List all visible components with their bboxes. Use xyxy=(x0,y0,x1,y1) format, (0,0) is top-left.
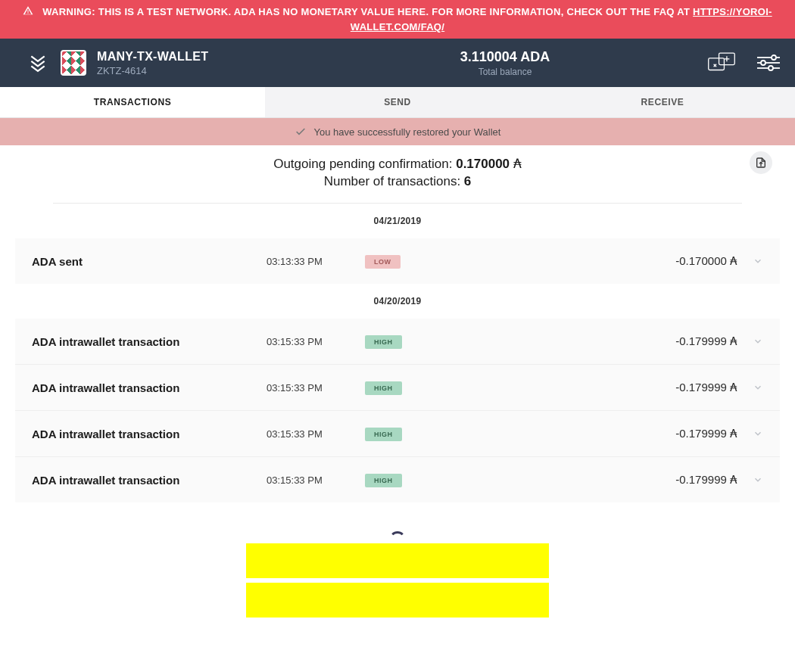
tx-title: ADA intrawallet transaction xyxy=(32,381,267,394)
transactions-summary: Outgoing pending confirmation: 0.170000 … xyxy=(53,145,742,204)
tx-time: 03:15:33 PM xyxy=(267,428,365,440)
settings-icon[interactable] xyxy=(757,54,780,71)
tab-transactions[interactable]: TRANSACTIONS xyxy=(0,87,265,117)
paper-wallet-icon[interactable] xyxy=(707,51,736,74)
highlight-box xyxy=(246,543,549,578)
svg-point-5 xyxy=(761,61,765,65)
warning-text: WARNING: THIS IS A TEST NETWORK. ADA HAS… xyxy=(42,6,693,17)
tx-title: ADA intrawallet transaction xyxy=(32,335,267,348)
tx-row[interactable]: ADA sent03:13:33 PMLOW-0.170000 ₳ xyxy=(15,238,780,284)
tx-count-label: Number of transactions: xyxy=(324,174,464,188)
balance-value: 3.110004 ADA xyxy=(303,49,707,65)
wallet-hash: ZKTZ-4614 xyxy=(97,65,208,76)
wallet-tabs: TRANSACTIONS SEND RECEIVE xyxy=(0,87,795,118)
tx-time: 03:15:33 PM xyxy=(267,474,365,486)
chevron-down-icon xyxy=(753,382,763,393)
ada-symbol: ₳ xyxy=(513,157,522,171)
tx-amount: -0.170000 ₳ xyxy=(486,254,753,268)
app-header: MANY-TX-WALLET ZKTZ-4614 3.110004 ADA To… xyxy=(0,39,795,87)
tx-row[interactable]: ADA intrawallet transaction03:15:33 PMHI… xyxy=(15,365,780,411)
svg-point-7 xyxy=(768,66,773,70)
tx-assurance-badge: HIGH xyxy=(365,335,402,349)
tx-title: ADA intrawallet transaction xyxy=(32,428,267,440)
tx-time: 03:13:33 PM xyxy=(267,256,365,267)
svg-rect-0 xyxy=(709,58,725,70)
tx-row[interactable]: ADA intrawallet transaction03:15:33 PMHI… xyxy=(15,457,780,502)
tx-date-header: 04/20/2019 xyxy=(15,284,780,319)
loading-area xyxy=(0,531,795,618)
tx-assurance-badge: LOW xyxy=(365,255,401,269)
export-button[interactable] xyxy=(750,151,772,174)
check-icon xyxy=(295,126,307,138)
app-logo[interactable] xyxy=(15,53,61,73)
tx-count-value: 6 xyxy=(464,174,471,188)
pending-value: 0.170000 xyxy=(456,157,510,171)
tx-amount: -0.179999 ₳ xyxy=(486,381,753,394)
wallet-name: MANY-TX-WALLET xyxy=(97,50,208,64)
tx-group: ADA intrawallet transaction03:15:33 PMHI… xyxy=(15,319,780,502)
tx-time: 03:15:33 PM xyxy=(267,336,365,347)
tx-time: 03:15:33 PM xyxy=(267,382,365,394)
chevron-down-icon xyxy=(753,474,763,485)
chevron-down-icon xyxy=(753,336,763,347)
balance: 3.110004 ADA Total balance xyxy=(303,49,707,77)
tab-receive[interactable]: RECEIVE xyxy=(530,87,795,117)
wallet-info[interactable]: MANY-TX-WALLET ZKTZ-4614 xyxy=(61,50,303,76)
tx-row[interactable]: ADA intrawallet transaction03:15:33 PMHI… xyxy=(15,319,780,365)
chevron-down-icon xyxy=(753,256,763,266)
highlight-box xyxy=(246,583,549,618)
toast-text: You have successfully restored your Wall… xyxy=(314,126,501,138)
wallet-avatar-icon xyxy=(61,50,86,76)
tx-amount: -0.179999 ₳ xyxy=(486,427,753,440)
svg-point-3 xyxy=(772,55,776,60)
tx-assurance-badge: HIGH xyxy=(365,428,402,441)
pending-label: Outgoing pending confirmation: xyxy=(273,157,456,171)
warning-icon xyxy=(23,5,33,16)
tx-assurance-badge: HIGH xyxy=(365,381,402,395)
transactions-list: 04/21/2019ADA sent03:13:33 PMLOW-0.17000… xyxy=(0,204,795,518)
tx-assurance-badge: HIGH xyxy=(365,474,402,487)
restore-success-toast: You have successfully restored your Wall… xyxy=(0,118,795,145)
tx-title: ADA intrawallet transaction xyxy=(32,474,267,487)
tab-send[interactable]: SEND xyxy=(265,87,530,117)
tx-date-header: 04/21/2019 xyxy=(15,204,780,238)
testnet-warning-banner: WARNING: THIS IS A TEST NETWORK. ADA HAS… xyxy=(0,0,795,39)
balance-label: Total balance xyxy=(303,67,707,77)
tx-amount: -0.179999 ₳ xyxy=(486,473,753,487)
tx-group: ADA sent03:13:33 PMLOW-0.170000 ₳ xyxy=(15,238,780,284)
tx-row[interactable]: ADA intrawallet transaction03:15:33 PMHI… xyxy=(15,411,780,457)
tx-title: ADA sent xyxy=(32,255,267,268)
chevron-down-icon xyxy=(753,428,763,439)
tx-amount: -0.179999 ₳ xyxy=(486,334,753,348)
